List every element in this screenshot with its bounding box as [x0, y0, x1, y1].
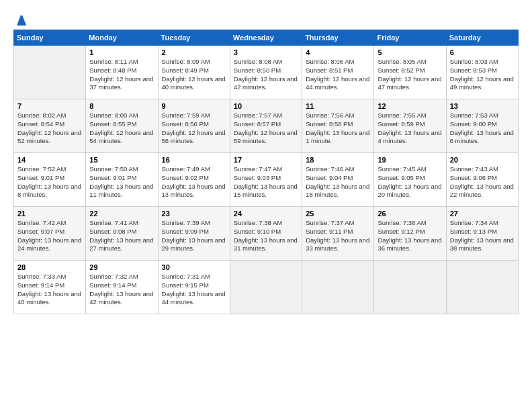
calendar-cell: 12Sunrise: 7:55 AMSunset: 8:59 PMDayligh…	[374, 99, 446, 153]
calendar-cell: 26Sunrise: 7:36 AMSunset: 9:12 PMDayligh…	[374, 207, 446, 261]
day-info: Sunrise: 7:43 AMSunset: 9:06 PMDaylight:…	[450, 165, 515, 199]
page: SundayMondayTuesdayWednesdayThursdayFrid…	[0, 0, 532, 321]
day-info: Sunrise: 7:47 AMSunset: 9:03 PMDaylight:…	[234, 165, 298, 199]
day-number: 17	[234, 156, 298, 164]
calendar-cell: 1Sunrise: 8:11 AMSunset: 8:48 PMDaylight…	[86, 46, 158, 99]
calendar-table: SundayMondayTuesdayWednesdayThursdayFrid…	[13, 30, 519, 314]
day-number: 4	[306, 48, 370, 56]
weekday-header-friday: Friday	[374, 30, 446, 46]
calendar-cell	[374, 261, 446, 314]
weekday-header-thursday: Thursday	[302, 30, 374, 46]
day-number: 21	[17, 210, 82, 218]
day-number: 10	[234, 102, 298, 110]
day-info: Sunrise: 7:37 AMSunset: 9:11 PMDaylight:…	[306, 219, 370, 253]
day-number: 9	[162, 102, 226, 110]
day-number: 16	[162, 156, 226, 164]
week-row-4: 21Sunrise: 7:42 AMSunset: 9:07 PMDayligh…	[14, 207, 519, 261]
day-number: 11	[306, 102, 370, 110]
calendar-cell: 5Sunrise: 8:05 AMSunset: 8:52 PMDaylight…	[374, 46, 446, 99]
day-number: 13	[450, 102, 515, 110]
week-row-2: 7Sunrise: 8:02 AMSunset: 8:54 PMDaylight…	[14, 99, 519, 153]
logo	[13, 13, 28, 23]
calendar-cell	[230, 261, 302, 314]
day-info: Sunrise: 7:32 AMSunset: 9:14 PMDaylight:…	[89, 273, 154, 307]
calendar-cell: 25Sunrise: 7:37 AMSunset: 9:11 PMDayligh…	[302, 207, 374, 261]
day-info: Sunrise: 7:56 AMSunset: 8:58 PMDaylight:…	[306, 111, 370, 146]
day-info: Sunrise: 7:55 AMSunset: 8:59 PMDaylight:…	[378, 111, 442, 146]
day-info: Sunrise: 7:53 AMSunset: 9:00 PMDaylight:…	[450, 111, 515, 146]
day-info: Sunrise: 7:34 AMSunset: 9:13 PMDaylight:…	[450, 219, 515, 253]
day-number: 22	[89, 210, 154, 218]
calendar-cell: 10Sunrise: 7:57 AMSunset: 8:57 PMDayligh…	[230, 99, 302, 153]
calendar-cell: 15Sunrise: 7:50 AMSunset: 9:01 PMDayligh…	[86, 153, 158, 207]
day-number: 12	[378, 102, 442, 110]
day-number: 8	[89, 102, 154, 110]
day-info: Sunrise: 7:57 AMSunset: 8:57 PMDaylight:…	[234, 111, 298, 146]
calendar-cell: 4Sunrise: 8:06 AMSunset: 8:51 PMDaylight…	[302, 46, 374, 99]
calendar-cell: 9Sunrise: 7:59 AMSunset: 8:56 PMDaylight…	[158, 99, 230, 153]
day-info: Sunrise: 8:00 AMSunset: 8:55 PMDaylight:…	[89, 111, 154, 146]
week-row-5: 28Sunrise: 7:33 AMSunset: 9:14 PMDayligh…	[14, 261, 519, 314]
day-number: 14	[17, 156, 82, 164]
day-info: Sunrise: 7:59 AMSunset: 8:56 PMDaylight:…	[162, 111, 226, 146]
calendar-cell: 13Sunrise: 7:53 AMSunset: 9:00 PMDayligh…	[446, 99, 518, 153]
day-info: Sunrise: 7:52 AMSunset: 9:01 PMDaylight:…	[17, 165, 82, 199]
weekday-header-saturday: Saturday	[446, 30, 518, 46]
day-info: Sunrise: 8:06 AMSunset: 8:51 PMDaylight:…	[306, 58, 370, 92]
calendar-cell: 7Sunrise: 8:02 AMSunset: 8:54 PMDaylight…	[14, 99, 86, 153]
day-info: Sunrise: 7:45 AMSunset: 9:05 PMDaylight:…	[378, 165, 442, 199]
calendar-cell: 14Sunrise: 7:52 AMSunset: 9:01 PMDayligh…	[14, 153, 86, 207]
day-info: Sunrise: 7:39 AMSunset: 9:09 PMDaylight:…	[162, 219, 226, 253]
week-row-1: 1Sunrise: 8:11 AMSunset: 8:48 PMDaylight…	[14, 46, 519, 99]
day-number: 28	[17, 263, 82, 271]
day-info: Sunrise: 7:50 AMSunset: 9:01 PMDaylight:…	[89, 165, 154, 199]
day-info: Sunrise: 8:02 AMSunset: 8:54 PMDaylight:…	[17, 111, 82, 146]
calendar-cell: 30Sunrise: 7:31 AMSunset: 9:15 PMDayligh…	[158, 261, 230, 314]
calendar-cell: 23Sunrise: 7:39 AMSunset: 9:09 PMDayligh…	[158, 207, 230, 261]
calendar-cell: 6Sunrise: 8:03 AMSunset: 8:53 PMDaylight…	[446, 46, 518, 99]
header	[13, 13, 519, 23]
calendar-cell: 2Sunrise: 8:09 AMSunset: 8:49 PMDaylight…	[158, 46, 230, 99]
day-number: 20	[450, 156, 515, 164]
day-number: 1	[89, 48, 154, 56]
day-number: 24	[234, 210, 298, 218]
day-info: Sunrise: 7:42 AMSunset: 9:07 PMDaylight:…	[17, 219, 82, 253]
day-info: Sunrise: 7:46 AMSunset: 9:04 PMDaylight:…	[306, 165, 370, 199]
calendar-cell: 8Sunrise: 8:00 AMSunset: 8:55 PMDaylight…	[86, 99, 158, 153]
weekday-header-monday: Monday	[86, 30, 158, 46]
calendar-cell: 3Sunrise: 8:08 AMSunset: 8:50 PMDaylight…	[230, 46, 302, 99]
weekday-header-wednesday: Wednesday	[230, 30, 302, 46]
calendar-cell: 17Sunrise: 7:47 AMSunset: 9:03 PMDayligh…	[230, 153, 302, 207]
day-info: Sunrise: 8:05 AMSunset: 8:52 PMDaylight:…	[378, 58, 442, 92]
day-info: Sunrise: 8:03 AMSunset: 8:53 PMDaylight:…	[450, 58, 515, 92]
day-number: 27	[450, 210, 515, 218]
day-info: Sunrise: 7:36 AMSunset: 9:12 PMDaylight:…	[378, 219, 442, 253]
day-info: Sunrise: 7:49 AMSunset: 9:02 PMDaylight:…	[162, 165, 226, 199]
calendar-cell: 19Sunrise: 7:45 AMSunset: 9:05 PMDayligh…	[374, 153, 446, 207]
day-number: 2	[162, 48, 226, 56]
calendar-cell: 18Sunrise: 7:46 AMSunset: 9:04 PMDayligh…	[302, 153, 374, 207]
day-number: 15	[89, 156, 154, 164]
calendar-cell: 11Sunrise: 7:56 AMSunset: 8:58 PMDayligh…	[302, 99, 374, 153]
day-number: 19	[378, 156, 442, 164]
day-info: Sunrise: 7:38 AMSunset: 9:10 PMDaylight:…	[234, 219, 298, 253]
day-number: 30	[162, 263, 226, 271]
calendar-cell: 29Sunrise: 7:32 AMSunset: 9:14 PMDayligh…	[86, 261, 158, 314]
week-row-3: 14Sunrise: 7:52 AMSunset: 9:01 PMDayligh…	[14, 153, 519, 207]
day-info: Sunrise: 7:33 AMSunset: 9:14 PMDaylight:…	[17, 273, 82, 307]
day-info: Sunrise: 7:41 AMSunset: 9:08 PMDaylight:…	[89, 219, 154, 253]
calendar-cell: 28Sunrise: 7:33 AMSunset: 9:14 PMDayligh…	[14, 261, 86, 314]
calendar-cell	[14, 46, 86, 99]
day-number: 25	[306, 210, 370, 218]
weekday-header-tuesday: Tuesday	[158, 30, 230, 46]
calendar-cell: 24Sunrise: 7:38 AMSunset: 9:10 PMDayligh…	[230, 207, 302, 261]
day-info: Sunrise: 8:08 AMSunset: 8:50 PMDaylight:…	[234, 58, 298, 92]
calendar-cell	[302, 261, 374, 314]
calendar-cell: 21Sunrise: 7:42 AMSunset: 9:07 PMDayligh…	[14, 207, 86, 261]
weekday-header-sunday: Sunday	[14, 30, 86, 46]
day-number: 26	[378, 210, 442, 218]
weekday-header-row: SundayMondayTuesdayWednesdayThursdayFrid…	[14, 30, 519, 46]
calendar-cell: 22Sunrise: 7:41 AMSunset: 9:08 PMDayligh…	[86, 207, 158, 261]
day-number: 18	[306, 156, 370, 164]
day-info: Sunrise: 7:31 AMSunset: 9:15 PMDaylight:…	[162, 273, 226, 307]
